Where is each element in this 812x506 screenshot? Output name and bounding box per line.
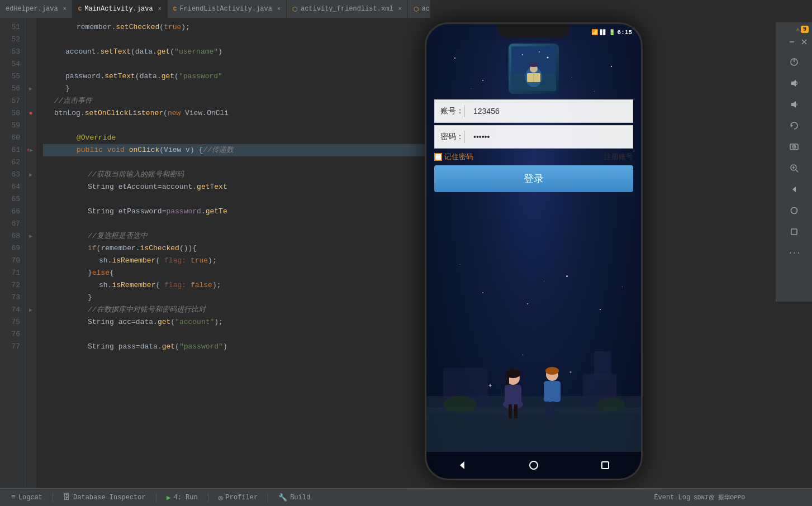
volume-up-button[interactable] <box>784 73 804 93</box>
logcat-button[interactable]: ≡ Logcat <box>6 492 48 503</box>
svg-rect-14 <box>594 351 611 379</box>
signal-icon: ▊▊ <box>600 30 606 36</box>
more-device-button[interactable]: ··· <box>784 243 804 263</box>
screenshot-button[interactable] <box>784 137 804 157</box>
svg-point-26 <box>545 367 559 375</box>
phone-illustration: ✦ ✦ * <box>426 295 641 452</box>
code-line-63: //获取当前输入的账号和密码 <box>43 169 430 181</box>
volume-down-button[interactable] <box>784 94 804 114</box>
line-num-58: 58 <box>4 107 20 120</box>
code-line-59 <box>43 120 430 132</box>
code-line-60: @Override <box>43 132 430 144</box>
zoom-in-button[interactable] <box>784 158 804 178</box>
gutter: ▶ ● ⬆ ▶ ▶ ▶ <box>25 18 36 488</box>
home-nav-button[interactable] <box>523 454 545 476</box>
input-divider <box>464 105 464 117</box>
line-num-77: 77 <box>4 341 20 353</box>
svg-text:✦: ✦ <box>569 369 572 375</box>
tab-friendlist-xml[interactable]: ⬡ activity_friendlist.xml × <box>287 0 408 18</box>
code-area: 51 52 53 54 55 56 57 58 59 60 61 62 63 6… <box>0 18 430 488</box>
tab-main-xml[interactable]: ⬡ activity_main.xml × <box>408 0 430 18</box>
line-num-63: 63 <box>4 169 20 181</box>
svg-marker-41 <box>791 80 796 87</box>
tab-label: activity_main.xml <box>422 5 430 13</box>
tab-close-icon[interactable]: × <box>63 6 67 12</box>
code-line-73: } <box>43 292 430 304</box>
app-bottom-bar: ≡ Logcat 🗄 Database Inspector ▶ 4: Run ◎… <box>0 488 812 506</box>
wifi-icon: 📶 <box>591 29 598 36</box>
tab-close-icon[interactable]: × <box>277 6 281 12</box>
svg-marker-44 <box>791 124 793 127</box>
tab-close-icon[interactable]: × <box>398 6 402 12</box>
code-line-53: account.setText(data.get("username") <box>43 46 430 58</box>
code-line-67 <box>43 218 430 230</box>
back-nav-button[interactable] <box>451 454 473 476</box>
tab-bar: edHelper.java × C MainActivity.java × C … <box>0 0 430 18</box>
close-button[interactable] <box>799 36 810 47</box>
register-link[interactable]: 注册账号 <box>604 152 633 162</box>
password-value: •••••• <box>473 132 490 141</box>
password-label: 密码： <box>440 132 464 142</box>
code-line-72: sh.isRemember( flag: false); <box>43 279 430 292</box>
tab-mainactivity[interactable]: C MainActivity.java × <box>73 0 168 18</box>
code-line-76 <box>43 328 430 341</box>
minimize-button[interactable] <box>786 36 797 47</box>
line-numbers: 51 52 53 54 55 56 57 58 59 60 61 62 63 6… <box>0 18 25 488</box>
code-line-61: public void onClick(View v) {//传递数 <box>43 144 430 156</box>
power-button[interactable] <box>784 52 804 72</box>
remember-checkbox[interactable] <box>434 153 442 161</box>
java-icon: C <box>173 6 177 12</box>
separator-1 <box>53 493 53 502</box>
database-inspector-label: Database Inspector <box>73 494 146 502</box>
tab-friendlist[interactable]: C FriendListActivity.java × <box>168 0 287 18</box>
code-content[interactable]: remember.setChecked(true); account.setTe… <box>36 18 430 488</box>
illustration-svg: ✦ ✦ * <box>426 295 641 452</box>
tab-label: FriendListActivity.java <box>179 5 272 13</box>
profiler-label: Profiler <box>226 494 258 502</box>
line-num-61: 61 <box>4 144 20 156</box>
line-num-68: 68 <box>4 230 20 242</box>
sdni-label: SDNI改 <box>694 493 714 502</box>
code-line-70: sh.isRemember( flag: true); <box>43 255 430 267</box>
line-num-73: 73 <box>4 292 20 304</box>
line-num-71: 71 <box>4 267 20 279</box>
debug-breakpoint-icon: ● <box>29 109 32 117</box>
right-panel: ⚠ 9 ··· <box>776 22 812 302</box>
phone-nav-bar <box>426 452 641 479</box>
account-input-row[interactable]: 账号： 123456 <box>434 99 633 123</box>
rotate-button[interactable] <box>784 116 804 136</box>
code-line-52 <box>43 34 430 46</box>
svg-rect-54 <box>791 229 797 235</box>
tab-close-icon[interactable]: × <box>158 6 162 12</box>
bookmark-icon-2: ▶ <box>30 147 33 154</box>
editor-area: edHelper.java × C MainActivity.java × C … <box>0 0 430 506</box>
remember-text: 记住密码 <box>444 152 473 162</box>
back-device-button[interactable] <box>784 179 804 199</box>
tab-edhelper[interactable]: edHelper.java × <box>0 0 73 18</box>
svg-point-3 <box>539 51 540 52</box>
run-button[interactable]: ▶ 4: Run <box>161 492 203 503</box>
line-num-64: 64 <box>4 181 20 193</box>
line-num-54: 54 <box>4 58 20 70</box>
password-input-row[interactable]: 密码： •••••• <box>434 125 633 149</box>
status-right: 📶 ▊▊ 🔋 6:15 <box>591 29 632 36</box>
svg-point-17 <box>597 398 625 411</box>
build-button[interactable]: 🔧 Build <box>273 492 316 503</box>
brand-label: 振华OPPO <box>718 493 745 502</box>
logcat-label: Logcat <box>18 494 42 502</box>
account-label: 账号： <box>440 106 464 116</box>
recents-device-button[interactable] <box>784 222 804 242</box>
login-button[interactable]: 登录 <box>434 165 633 192</box>
line-num-75: 75 <box>4 316 20 328</box>
svg-marker-52 <box>792 187 796 192</box>
database-inspector-button[interactable]: 🗄 Database Inspector <box>58 492 151 503</box>
recents-nav-button[interactable] <box>594 454 616 476</box>
code-line-54 <box>43 58 430 70</box>
bookmark-icon: ▶ <box>29 85 32 92</box>
home-device-button[interactable] <box>784 201 804 221</box>
event-log-label[interactable]: Event Log <box>654 494 690 502</box>
remember-label[interactable]: 记住密码 <box>434 152 473 162</box>
profiler-button[interactable]: ◎ Profiler <box>213 492 263 503</box>
svg-point-4 <box>547 57 549 59</box>
bookmark-icon-4: ▶ <box>29 233 32 240</box>
